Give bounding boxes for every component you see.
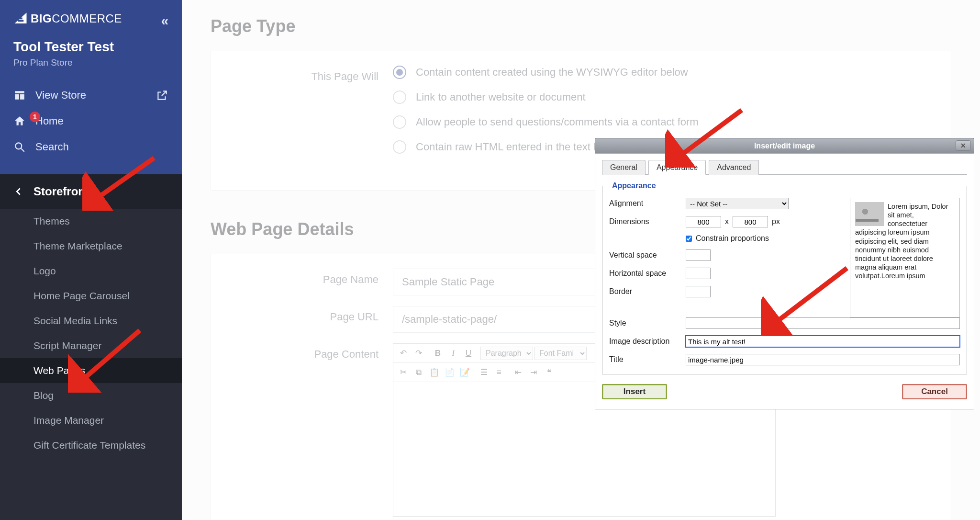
appearance-fieldset: Appearance Alignment -- Not Set -- Dimen…: [602, 181, 967, 374]
sidebar-item-script-manager[interactable]: Script Manager: [0, 333, 182, 358]
brand-text-2: COMMERCE: [52, 12, 122, 25]
store-icon: [13, 89, 26, 102]
search-icon: [13, 141, 26, 153]
sidebar-header: BIGCOMMERCE « Tool Tester Test Pro Plan …: [0, 0, 182, 174]
image-dialog: Insert/edit image ✕ General Appearance A…: [595, 138, 974, 409]
radio-icon: [393, 66, 406, 79]
underline-icon[interactable]: U: [461, 346, 476, 361]
format-select[interactable]: Paragraph: [480, 347, 533, 360]
page-type-option-label: Contain content created using the WYSIWY…: [416, 66, 688, 79]
blockquote-icon[interactable]: ❝: [542, 365, 556, 380]
sidebar-submenu: ThemesTheme MarketplaceLogoHome Page Car…: [0, 209, 182, 458]
label-alignment: Alignment: [609, 199, 686, 208]
label-title: Title: [609, 355, 686, 364]
input-description[interactable]: [686, 336, 960, 347]
sidebar-item-image-manager[interactable]: Image Manager: [0, 408, 182, 433]
radio-icon: [393, 140, 406, 154]
sidebar-item-social-media-links[interactable]: Social Media Links: [0, 308, 182, 333]
nav-search-label: Search: [35, 141, 69, 153]
nav-view-store-label: View Store: [35, 89, 86, 102]
chevron-left-icon: [13, 186, 24, 197]
font-family-select[interactable]: Font Fami: [534, 347, 587, 360]
sidebar-item-gift-certificate-templates[interactable]: Gift Certificate Templates: [0, 433, 182, 458]
sidebar-item-theme-marketplace[interactable]: Theme Marketplace: [0, 234, 182, 259]
sidebar-item-blog[interactable]: Blog: [0, 383, 182, 408]
page-type-option-label: Link to another website or document: [416, 91, 586, 103]
input-border[interactable]: [686, 286, 711, 297]
store-name: Tool Tester Test: [13, 39, 168, 55]
sidebar-item-logo[interactable]: Logo: [0, 259, 182, 283]
dialog-titlebar[interactable]: Insert/edit image ✕: [595, 138, 974, 153]
dialog-tabs: General Appearance Advanced: [602, 159, 967, 175]
input-height[interactable]: [733, 216, 768, 227]
sidebar: BIGCOMMERCE « Tool Tester Test Pro Plan …: [0, 0, 182, 520]
number-list-icon[interactable]: ≡: [492, 365, 506, 380]
undo-icon[interactable]: ↶: [396, 346, 411, 361]
redo-icon[interactable]: ↷: [412, 346, 426, 361]
image-preview: Lorem ipsum, Dolor sit amet, consectetue…: [850, 198, 960, 317]
svg-point-2: [15, 143, 22, 149]
input-hspace[interactable]: [686, 268, 711, 279]
input-vspace[interactable]: [686, 249, 711, 261]
sidebar-item-themes[interactable]: Themes: [0, 209, 182, 234]
dimensions-x: x: [725, 217, 729, 226]
nav-home[interactable]: 1 Home: [13, 108, 168, 134]
home-badge: 1: [30, 112, 40, 122]
nav-view-store[interactable]: View Store: [13, 82, 168, 108]
dialog-body: General Appearance Advanced Appearance A…: [595, 153, 974, 409]
label-description: Image description: [609, 337, 686, 346]
tab-advanced[interactable]: Advanced: [709, 160, 759, 175]
cut-icon[interactable]: ✂: [396, 365, 411, 380]
label-constrain: Constrain proportions: [696, 234, 769, 243]
sidebar-item-web-pages[interactable]: Web Pages: [0, 358, 182, 383]
label-vspace: Vertical space: [609, 251, 686, 260]
brand-text-1: BIG: [31, 12, 52, 25]
checkbox-constrain[interactable]: [686, 236, 692, 242]
sidebar-section-storefront[interactable]: Storefront: [0, 174, 182, 209]
tab-appearance[interactable]: Appearance: [648, 160, 706, 175]
page-type-option-0[interactable]: Contain content created using the WYSIWY…: [393, 66, 932, 79]
indent-icon[interactable]: ⇥: [526, 365, 541, 380]
bullet-list-icon[interactable]: ☰: [477, 365, 491, 380]
page-type-option-2[interactable]: Allow people to send questions/comments …: [393, 115, 932, 129]
radio-icon: [393, 115, 406, 129]
nav-search[interactable]: Search: [13, 134, 168, 160]
insert-button[interactable]: Insert: [602, 384, 667, 399]
svg-line-3: [21, 148, 24, 152]
input-title[interactable]: [686, 354, 960, 365]
italic-icon[interactable]: I: [446, 346, 460, 361]
external-link-icon: [156, 89, 168, 102]
store-plan: Pro Plan Store: [13, 57, 168, 68]
paste-icon[interactable]: 📋: [427, 365, 441, 380]
label-page-content: Page Content: [230, 343, 393, 361]
svg-rect-1: [18, 20, 23, 22]
paste-text-icon[interactable]: 📄: [442, 365, 457, 380]
page-type-option-1[interactable]: Link to another website or document: [393, 90, 932, 104]
section-title-page-type: Page Type: [211, 16, 951, 36]
label-page-name: Page Name: [230, 269, 393, 286]
dialog-close-button[interactable]: ✕: [956, 140, 971, 151]
label-hspace: Horizontal space: [609, 269, 686, 278]
input-width[interactable]: [686, 216, 721, 227]
input-style[interactable]: [686, 317, 960, 329]
tab-general[interactable]: General: [602, 160, 646, 175]
cancel-button[interactable]: Cancel: [902, 384, 967, 399]
radio-icon: [393, 90, 406, 104]
bold-icon[interactable]: B: [431, 346, 445, 361]
label-border: Border: [609, 287, 686, 296]
sidebar-section-label: Storefront: [33, 185, 89, 198]
label-page-url: Page URL: [230, 306, 393, 323]
dialog-title-text: Insert/edit image: [754, 142, 815, 150]
outdent-icon[interactable]: ⇤: [511, 365, 525, 380]
label-style: Style: [609, 319, 686, 328]
select-alignment[interactable]: -- Not Set --: [686, 198, 789, 209]
page-type-option-label: Allow people to send questions/comments …: [416, 116, 699, 128]
paste-word-icon[interactable]: 📝: [457, 365, 472, 380]
sidebar-item-home-page-carousel[interactable]: Home Page Carousel: [0, 283, 182, 308]
brand-logo: BIGCOMMERCE: [13, 11, 168, 26]
dimensions-px: px: [772, 217, 780, 226]
collapse-sidebar-icon[interactable]: «: [161, 13, 168, 29]
preview-thumb-icon: [855, 202, 884, 226]
label-dimensions: Dimensions: [609, 217, 686, 226]
copy-icon[interactable]: ⧉: [412, 365, 426, 380]
